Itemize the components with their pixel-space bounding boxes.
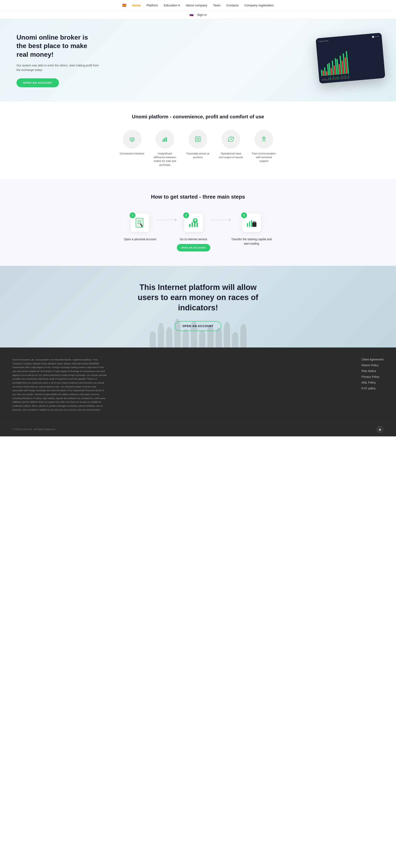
- hero-cta-button[interactable]: OPEN AN ACCOUNT: [16, 79, 59, 87]
- subnav-flag[interactable]: 🇷🇺: [190, 13, 194, 17]
- feature-convenient-interface: Convenient interface: [120, 130, 144, 167]
- platform-section: Unomi platform - convenience, profit and…: [0, 101, 396, 179]
- cta-open-account-button[interactable]: OPEN AN ACCOUNT: [175, 321, 222, 331]
- step-1-number: 1: [130, 212, 135, 218]
- nav-link-home[interactable]: Home: [132, 3, 141, 7]
- svg-rect-29: [196, 223, 198, 227]
- feature-icon-operational: [222, 130, 240, 149]
- svg-rect-32: [247, 223, 248, 227]
- nav-link-registration[interactable]: Company registration: [244, 3, 274, 7]
- svg-point-6: [132, 140, 132, 140]
- signin-link[interactable]: Sign in: [197, 13, 207, 17]
- hero-description: Our system was able to enter the others,…: [16, 63, 99, 72]
- feature-icon-difference: [156, 130, 174, 149]
- footer-link-client-agreement[interactable]: Client Agreement: [362, 358, 384, 361]
- feature-label-interface: Convenient interface: [120, 152, 144, 155]
- step-3-label: Transfer the starting capital and start …: [231, 237, 272, 246]
- main-nav: 🇪🇸 Home Platform Education ▾ About compa…: [0, 0, 396, 11]
- feature-icon-interface: [123, 130, 141, 149]
- step-1: 1 Open a personal account: [124, 212, 156, 242]
- svg-point-7: [133, 140, 133, 140]
- feature-label-operational: Operational input and output of assets: [219, 152, 243, 159]
- svg-point-16: [197, 139, 199, 140]
- step-3-number: 3: [241, 212, 247, 218]
- svg-rect-27: [192, 222, 193, 227]
- feature-icon-communication: [255, 130, 273, 149]
- feature-label-prices: Favorable prices at auctions: [186, 152, 210, 159]
- svg-point-12: [196, 138, 197, 139]
- step-1-label: Open a personal account: [124, 237, 156, 242]
- feature-difference: Insignificant difference between orders …: [153, 130, 177, 167]
- step-2-cta-button[interactable]: OPEN AN ACCOUNT: [177, 244, 210, 251]
- svg-point-15: [199, 140, 200, 141]
- step-3-icon-wrap: 3: [241, 212, 262, 233]
- scroll-top-button[interactable]: ▲: [376, 426, 384, 433]
- feature-prices: Favorable prices at auctions: [186, 130, 210, 167]
- feature-icon-prices: [189, 130, 207, 149]
- svg-point-20: [263, 137, 264, 139]
- step-3: 3 Transfer the starting capital and star…: [231, 212, 272, 246]
- feature-communication: Fast communication with technical suppor…: [252, 130, 276, 167]
- footer-links: Client Agreement Return Policy Risk Noti…: [362, 358, 384, 412]
- features-row: Convenient interface Insignificant diffe…: [8, 130, 388, 167]
- platform-title: Unomi platform - convenience, profit and…: [8, 114, 388, 120]
- feature-label-communication: Fast communication with technical suppor…: [252, 152, 276, 163]
- step-2: 2 Go to internet service: [177, 212, 210, 251]
- steps-row: 1 Open a personal account: [12, 212, 384, 251]
- feature-label-difference: Insignificant difference between orders …: [153, 152, 177, 167]
- hero-chart-image: Trading Chart 📈 +2.4%: [316, 33, 385, 84]
- svg-rect-8: [162, 140, 163, 142]
- svg-point-14: [196, 140, 197, 141]
- footer-bottom: © 2023 Unomi Inc, All Rights Reserved. ▲: [0, 422, 396, 436]
- svg-point-5: [131, 140, 131, 140]
- hero-section: Unomi online broker is the best place to…: [0, 19, 396, 101]
- step-2-icon-wrap: 2: [183, 212, 204, 233]
- steps-title: How to get started - three main steps: [12, 194, 384, 200]
- footer: Unomi Innovative Ltd., incorporated in t…: [0, 347, 396, 422]
- feature-operational: Operational input and output of assets: [219, 130, 243, 167]
- steps-section: How to get started - three main steps 1: [0, 179, 396, 266]
- step-2-label: Go to internet service: [180, 237, 207, 242]
- footer-link-risk-notice[interactable]: Risk Notice: [362, 369, 384, 373]
- nav-link-team[interactable]: Team: [213, 3, 221, 7]
- svg-rect-34: [251, 220, 252, 227]
- step-connector-1: [156, 219, 177, 221]
- footer-link-privacy-policy[interactable]: Privacy Policy: [362, 375, 384, 378]
- step-2-number: 2: [183, 212, 189, 218]
- svg-rect-26: [189, 224, 191, 227]
- footer-link-return-policy[interactable]: Return Policy: [362, 364, 384, 367]
- cta-title: This Internet platform will allow users …: [136, 282, 260, 313]
- footer-link-aml-policy[interactable]: AML Policy: [362, 381, 384, 384]
- nav-link-platform[interactable]: Platform: [146, 3, 158, 7]
- footer-link-kyc-policy[interactable]: KYC policy: [362, 387, 384, 390]
- nav-flag[interactable]: 🇪🇸: [122, 3, 126, 7]
- svg-rect-35: [252, 222, 257, 227]
- svg-rect-33: [249, 221, 250, 227]
- step-2-btn-wrap: OPEN AN ACCOUNT: [177, 244, 210, 251]
- nav-link-education[interactable]: Education ▾: [164, 3, 180, 7]
- svg-point-13: [199, 138, 200, 139]
- sub-nav: 🇷🇺 Sign in: [0, 11, 396, 19]
- svg-point-18: [230, 139, 231, 140]
- hero-title: Unomi online broker is the best place to…: [16, 33, 99, 59]
- cta-section: This Internet platform will allow users …: [0, 266, 396, 347]
- svg-rect-10: [166, 137, 167, 142]
- step-1-icon-wrap: 1: [130, 212, 150, 233]
- step-connector-2: [210, 219, 231, 221]
- svg-rect-9: [164, 139, 165, 142]
- nav-link-about[interactable]: About company: [186, 3, 207, 7]
- hero-text-block: Unomi online broker is the best place to…: [16, 33, 99, 87]
- nav-link-contacts[interactable]: Contacts: [226, 3, 238, 7]
- footer-copyright: © 2023 Unomi Inc, All Rights Reserved.: [12, 428, 56, 431]
- footer-disclaimer: Unomi Innovative Ltd., incorporated in t…: [12, 358, 107, 412]
